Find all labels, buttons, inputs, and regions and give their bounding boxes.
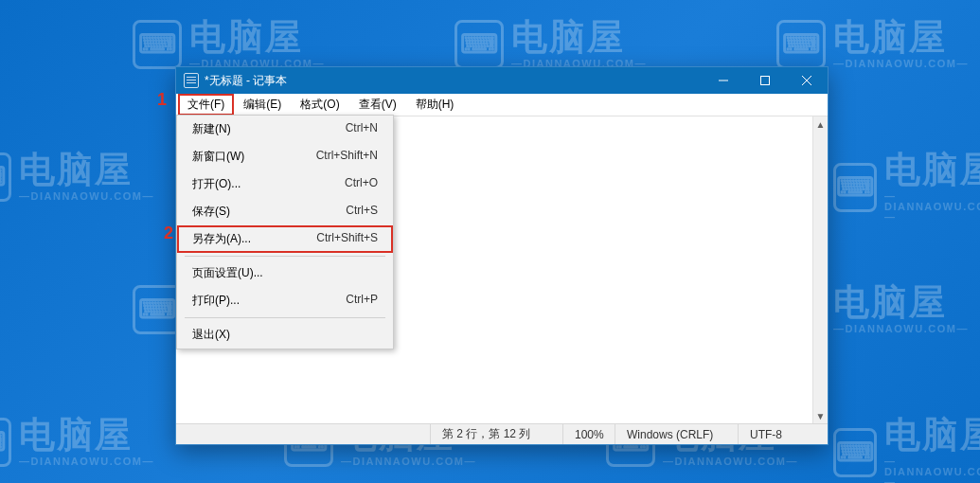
menu-new-window-shortcut: Ctrl+Shift+N xyxy=(316,149,378,165)
watermark-sub: —DIANNAOWU.COM— xyxy=(833,59,969,69)
menu-save-as-label: 另存为(A)... xyxy=(192,231,251,247)
watermark-main: 电脑屋 xyxy=(833,284,969,320)
watermark-main: 电脑屋 xyxy=(189,19,325,55)
notepad-window: 1 *无标题 - 记事本 文件(F) 编辑(E) xyxy=(175,66,829,445)
menu-print-label: 打印(P)... xyxy=(192,293,240,309)
menu-new[interactable]: 新建(N) Ctrl+N xyxy=(177,116,393,143)
notepad-icon xyxy=(184,73,199,88)
menu-new-label: 新建(N) xyxy=(192,121,231,137)
wm-keyboard-icon xyxy=(776,20,826,69)
minimize-button[interactable] xyxy=(703,67,744,94)
menu-open-shortcut: Ctrl+O xyxy=(345,176,378,192)
wm-keyboard-icon xyxy=(454,20,504,69)
menu-new-window[interactable]: 新窗口(W) Ctrl+Shift+N xyxy=(177,143,393,170)
menu-separator xyxy=(185,317,385,318)
watermark-main: 电脑屋 xyxy=(884,417,980,453)
menu-print-shortcut: Ctrl+P xyxy=(346,293,378,309)
menu-page-setup[interactable]: 页面设置(U)... xyxy=(177,259,393,287)
watermark-sub: —DIANNAOWU.COM— xyxy=(19,191,154,202)
watermark-sub: —DIANNAOWU.COM— xyxy=(663,456,798,467)
wm-keyboard-icon xyxy=(0,418,11,467)
titlebar[interactable]: *无标题 - 记事本 xyxy=(176,67,828,94)
status-spacer xyxy=(176,424,430,444)
watermark: 电脑屋 —DIANNAOWU.COM— xyxy=(0,152,154,202)
menu-separator xyxy=(185,256,385,257)
svg-rect-1 xyxy=(761,77,770,85)
status-line-endings: Windows (CRLF) xyxy=(615,424,738,444)
menu-print[interactable]: 打印(P)... Ctrl+P xyxy=(177,287,393,314)
menu-format-label: 格式(O) xyxy=(300,97,339,113)
wm-keyboard-icon xyxy=(833,163,877,212)
menu-help-label: 帮助(H) xyxy=(416,97,454,113)
watermark-sub: —DIANNAOWU.COM— xyxy=(19,456,154,467)
watermark-sub: —DIANNAOWU.COM— xyxy=(341,456,476,467)
status-encoding: UTF-8 xyxy=(738,424,828,444)
menu-new-window-label: 新窗口(W) xyxy=(192,149,244,165)
status-zoom: 100% xyxy=(562,424,615,444)
watermark: 电脑屋 —DIANNAOWU.COM— xyxy=(0,417,154,467)
menu-save-as-shortcut: Ctrl+Shift+S xyxy=(316,231,378,247)
statusbar: 第 2 行，第 12 列 100% Windows (CRLF) UTF-8 xyxy=(176,423,828,444)
menu-edit-label: 编辑(E) xyxy=(243,97,281,113)
menu-new-shortcut: Ctrl+N xyxy=(346,121,378,137)
watermark-sub: —DIANNAOWU.COM— xyxy=(833,324,969,334)
menu-save-label: 保存(S) xyxy=(192,204,230,220)
annotation-2: 2 xyxy=(164,224,173,243)
watermark-main: 电脑屋 xyxy=(833,19,969,55)
watermark: 电脑屋 —DIANNAOWU.COM— xyxy=(133,19,325,69)
menubar: 文件(F) 编辑(E) 格式(O) 查看(V) 帮助(H) 2 新建(N) Ct… xyxy=(176,94,828,116)
maximize-button[interactable] xyxy=(744,67,786,94)
scroll-track[interactable] xyxy=(813,132,828,408)
menu-exit[interactable]: 退出(X) xyxy=(177,321,393,349)
menu-file-label: 文件(F) xyxy=(187,97,224,113)
menu-save-shortcut: Ctrl+S xyxy=(346,204,378,220)
annotation-1: 1 xyxy=(157,90,167,110)
watermark-main: 电脑屋 xyxy=(884,152,980,188)
window-title: *无标题 - 记事本 xyxy=(205,73,703,89)
status-position: 第 2 行，第 12 列 xyxy=(430,424,562,444)
wm-keyboard-icon xyxy=(0,152,11,202)
menu-save[interactable]: 保存(S) Ctrl+S xyxy=(177,198,393,225)
menu-save-as[interactable]: 另存为(A)... Ctrl+Shift+S xyxy=(177,225,393,253)
menu-help[interactable]: 帮助(H) xyxy=(406,94,464,116)
menu-format[interactable]: 格式(O) xyxy=(291,94,348,116)
desktop: 电脑屋 —DIANNAOWU.COM— 电脑屋 —DIANNAOWU.COM— … xyxy=(0,0,980,483)
menu-file[interactable]: 文件(F) xyxy=(178,94,234,116)
menu-open[interactable]: 打开(O)... Ctrl+O xyxy=(177,170,393,198)
menu-view-label: 查看(V) xyxy=(359,97,397,113)
menu-page-setup-label: 页面设置(U)... xyxy=(192,265,263,281)
menu-exit-label: 退出(X) xyxy=(192,327,230,343)
menu-view[interactable]: 查看(V) xyxy=(349,94,406,116)
vertical-scrollbar[interactable]: ▲ ▼ xyxy=(812,116,828,423)
scroll-up-icon[interactable]: ▲ xyxy=(813,116,828,132)
watermark-main: 电脑屋 xyxy=(19,152,154,188)
wm-keyboard-icon xyxy=(833,428,877,477)
watermark-sub: —DIANNAOWU.COM— xyxy=(884,191,980,223)
watermark-sub: —DIANNAOWU.COM— xyxy=(884,456,980,483)
watermark: 电脑屋 —DIANNAOWU.COM— xyxy=(776,19,969,69)
file-dropdown: 2 新建(N) Ctrl+N 新窗口(W) Ctrl+Shift+N 打开(O)… xyxy=(176,115,394,349)
watermark-main: 电脑屋 xyxy=(511,19,647,55)
menu-edit[interactable]: 编辑(E) xyxy=(234,94,291,116)
close-button[interactable] xyxy=(786,67,828,94)
watermark: 电脑屋 —DIANNAOWU.COM— xyxy=(833,417,980,483)
wm-keyboard-icon xyxy=(133,20,182,69)
scroll-down-icon[interactable]: ▼ xyxy=(813,408,828,423)
watermark: 电脑屋 —DIANNAOWU.COM— xyxy=(833,152,980,223)
watermark-main: 电脑屋 xyxy=(19,417,154,453)
menu-open-label: 打开(O)... xyxy=(192,176,241,192)
watermark: 电脑屋 —DIANNAOWU.COM— xyxy=(454,19,647,69)
